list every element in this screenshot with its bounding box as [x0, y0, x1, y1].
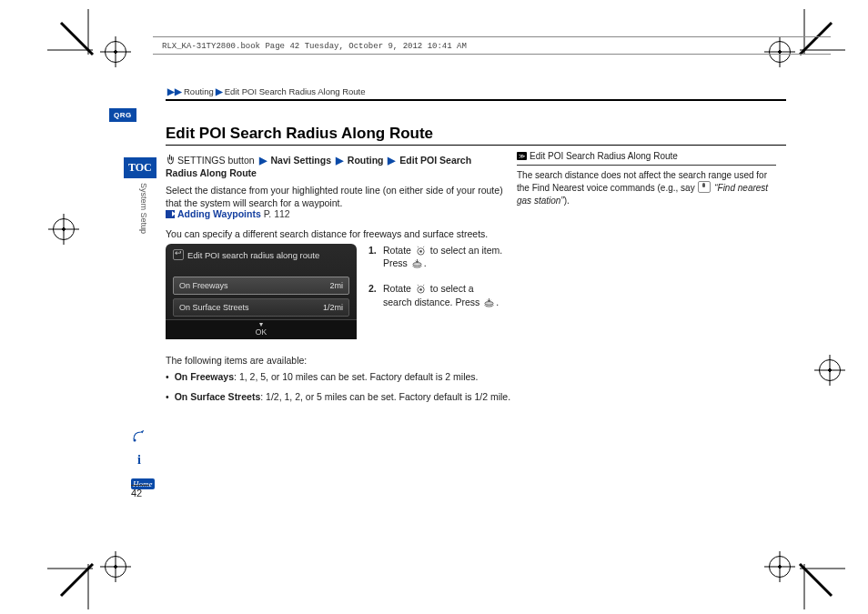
body-text: The following items are available: — [166, 355, 307, 366]
ok-indicator: ▾ OK — [166, 319, 357, 339]
svg-point-17 — [419, 288, 422, 291]
dial-icon — [415, 284, 427, 294]
qrg-badge[interactable]: QRG — [109, 108, 136, 122]
list-item: On Surface Streets1/2mi — [173, 298, 349, 317]
note-icon: ≫ — [517, 152, 527, 160]
steps-list: 1. Rotate to select an item. Press . 2. … — [368, 244, 504, 321]
body-text: You can specify a different search dista… — [166, 228, 488, 239]
bullet-item: •On Surface Streets: 1/2, 1, 2, or 5 mil… — [166, 391, 510, 402]
crop-target-icon — [105, 41, 126, 63]
press-icon — [483, 297, 495, 307]
link-icon — [166, 210, 175, 218]
crop-corner-icon — [791, 555, 845, 609]
crop-target-icon — [53, 218, 75, 240]
info-side-icon[interactable]: i — [131, 453, 147, 468]
toc-badge[interactable]: TOC — [124, 157, 156, 178]
sidebar-note-title: Edit POI Search Radius Along Route — [530, 151, 678, 161]
page-title: Edit POI Search Radius Along Route — [166, 125, 433, 143]
divider — [166, 145, 786, 146]
hand-icon — [166, 154, 176, 165]
sidebar-note: ≫Edit POI Search Radius Along Route The … — [517, 150, 776, 206]
document-header: RLX_KA-31TY2800.book Page 42 Tuesday, Oc… — [162, 42, 467, 51]
crop-target-icon — [819, 359, 841, 381]
nav-path: SETTINGS button ▶ Navi Settings ▶ Routin… — [166, 154, 504, 179]
sidebar-note-body: The search distance does not affect the … — [517, 169, 776, 207]
breadcrumb-level-2: Edit POI Search Radius Along Route — [225, 86, 366, 96]
press-icon — [411, 258, 423, 268]
intro-text: Select the distance from your highlighte… — [166, 184, 504, 209]
return-icon — [173, 249, 184, 260]
step-number: 1. — [368, 244, 383, 269]
section-label: System Setup — [139, 183, 148, 234]
crop-target-icon — [769, 556, 791, 578]
cross-reference-link[interactable]: Adding Waypoints P. 112 — [166, 208, 290, 219]
device-screenshot: Edit POI search radius along route On Fr… — [166, 244, 357, 339]
breadcrumb-level-1: Routing — [184, 86, 214, 96]
crop-target-icon — [105, 556, 126, 578]
svg-point-13 — [419, 250, 422, 253]
crop-corner-icon — [47, 9, 102, 64]
bullet-item: •On Freeways: 1, 2, 5, or 10 miles can b… — [166, 371, 479, 382]
voice-icon — [698, 181, 711, 193]
list-item: On Freeways2mi — [173, 277, 349, 295]
dial-icon — [415, 246, 427, 256]
svg-point-20 — [134, 439, 136, 442]
breadcrumb: ▶▶Routing▶Edit POI Search Radius Along R… — [166, 86, 365, 96]
voice-side-icon[interactable] — [131, 430, 147, 446]
crop-target-icon — [769, 41, 791, 63]
page-number: 42 — [131, 485, 149, 498]
step-number: 2. — [368, 282, 383, 307]
crop-corner-icon — [47, 555, 102, 609]
divider — [166, 99, 786, 101]
